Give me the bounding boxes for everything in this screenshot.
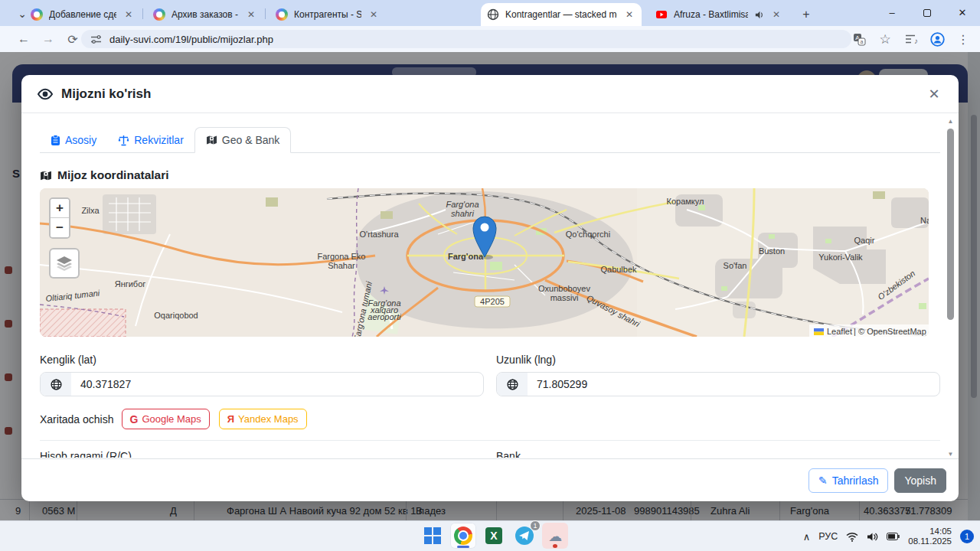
google-maps-label: Google Maps: [142, 413, 201, 425]
browser-tab-active[interactable]: Kontragentlar — stacked moda ✕: [481, 3, 642, 26]
modal-tabs: Asosiy Rekvizitlar Geo & Bank: [40, 124, 940, 153]
zoom-out-button[interactable]: −: [51, 218, 69, 237]
map-label: O'rtashura: [359, 230, 399, 239]
tab-geo-bank[interactable]: Geo & Bank: [194, 127, 292, 153]
zoom-in-button[interactable]: +: [51, 199, 69, 218]
translate-icon[interactable]: Aa: [851, 33, 867, 46]
close-button[interactable]: Yopish: [894, 468, 946, 493]
layers-icon: [56, 256, 73, 271]
svg-text:♪: ♪: [914, 37, 918, 45]
tab-divider: [142, 8, 143, 19]
taskbar-cloud-app[interactable]: ☁: [542, 523, 568, 549]
window-maximize-button[interactable]: [910, 0, 945, 25]
window-minimize-button[interactable]: –: [874, 0, 910, 25]
site-settings-icon[interactable]: [90, 34, 102, 45]
clock-date: 08.11.2025: [908, 536, 952, 546]
google-maps-button[interactable]: G Google Maps: [122, 409, 210, 429]
maximize-icon: [923, 9, 931, 17]
tab-close-icon[interactable]: ✕: [770, 9, 782, 20]
chrome-icon: [454, 527, 472, 545]
wifi-icon[interactable]: [846, 532, 858, 542]
bookmark-star-icon[interactable]: ☆: [877, 31, 893, 47]
volume-icon[interactable]: [867, 532, 878, 542]
clock[interactable]: 14:05 08.11.2025: [908, 527, 952, 546]
scales-icon: [118, 135, 129, 146]
taskbar-chrome[interactable]: [450, 523, 476, 549]
tab-asosiy[interactable]: Asosiy: [40, 128, 107, 152]
osm-link[interactable]: © OpenStreetMap: [858, 327, 926, 336]
modal-close-icon[interactable]: ✕: [925, 86, 943, 103]
tab-label: Rekvizitlar: [134, 134, 184, 146]
media-controls-icon[interactable]: ♪: [903, 34, 919, 45]
tab-rekvizitlar[interactable]: Rekvizitlar: [107, 128, 194, 152]
tab-close-icon[interactable]: ✕: [122, 9, 135, 20]
modal-title: Mijozni ko'rish: [61, 86, 151, 102]
tab-divider: [265, 8, 266, 19]
leaflet-link[interactable]: Leaflet: [827, 327, 852, 336]
map-label: Qo'chqorchi: [566, 230, 610, 239]
forward-icon[interactable]: →: [40, 31, 57, 47]
tray-chevron-icon[interactable]: ∧: [803, 531, 811, 543]
tab-close-icon[interactable]: ✕: [368, 9, 380, 20]
start-button[interactable]: [420, 523, 446, 549]
globe-icon: [41, 373, 71, 396]
cloud-icon: ☁: [548, 528, 562, 544]
pencil-icon: ✎: [818, 474, 828, 487]
excel-icon: X: [485, 527, 502, 544]
reload-icon[interactable]: ⟳: [64, 31, 81, 47]
map-label: Buston: [759, 246, 785, 256]
map-pin-icon: [40, 170, 52, 181]
tab-title: Afruza - Baxtlimisan (Officia: [674, 9, 748, 20]
scroll-down-icon[interactable]: ▼: [946, 451, 955, 458]
globe-icon: [497, 373, 528, 396]
lng-label: Uzunlik (lng): [496, 354, 940, 366]
close-button-label: Yopish: [904, 474, 936, 487]
browser-tab-strip: ⌄ Добавление сделки - Smartup ✕ Архив за…: [0, 0, 980, 26]
section-title: Mijoz koordinatalari: [40, 168, 940, 182]
map-layers-button[interactable]: [49, 248, 80, 279]
profile-avatar-icon[interactable]: [929, 32, 945, 47]
smartup-favicon-icon: [153, 8, 165, 21]
svg-text:|: |: [854, 327, 856, 336]
browser-tab-1[interactable]: Добавление сделки - Smartup ✕: [24, 3, 141, 26]
lng-input[interactable]: 71.805299: [528, 373, 939, 396]
map-attribution: Leaflet | © OpenStreetMap: [814, 327, 926, 336]
clock-time: 14:05: [908, 527, 952, 536]
modal-footer: ✎ Tahrirlash Yopish: [21, 458, 959, 501]
map-canvas[interactable]: 4P205 Zilxa Farg'ona shahri O'rtashura F…: [40, 188, 929, 337]
back-icon[interactable]: ←: [15, 31, 32, 47]
map-pin-icon: [206, 135, 217, 145]
modal-scrollbar-thumb[interactable]: [947, 129, 954, 320]
edit-button[interactable]: ✎ Tahrirlash: [808, 468, 888, 493]
eye-icon: [37, 86, 54, 103]
tab-close-icon[interactable]: ✕: [245, 9, 257, 20]
yandex-maps-button[interactable]: Я Yandex Maps: [219, 409, 307, 429]
language-indicator[interactable]: РУС: [818, 531, 838, 542]
yandex-ya-icon: Я: [227, 413, 234, 425]
browser-tab-youtube[interactable]: Afruza - Baxtlimisan (Officia ✕: [649, 3, 789, 26]
scroll-up-icon[interactable]: ▲: [946, 118, 955, 125]
browser-tab-3[interactable]: Контрагенты - Smartup ✕: [270, 3, 386, 26]
notification-badge[interactable]: 1: [960, 530, 974, 543]
taskbar-telegram[interactable]: 1: [511, 523, 537, 549]
taskbar-excel[interactable]: X: [481, 523, 507, 549]
new-tab-button[interactable]: +: [798, 6, 815, 23]
edit-button-label: Tahrirlash: [832, 474, 879, 487]
modal-scrollbar[interactable]: ▲ ▼: [946, 118, 955, 458]
tab-close-icon[interactable]: ✕: [623, 9, 635, 20]
map-label: Farg'ona: [446, 200, 479, 209]
url-text: daily-suvi.com/19l/public/mijozlar.php: [109, 34, 273, 45]
tab-title: Контрагенты - Smartup: [294, 9, 361, 20]
url-bar[interactable]: daily-suvi.com/19l/public/mijozlar.php: [81, 30, 851, 48]
browser-tab-2[interactable]: Архив заказов - Smartup ✕: [147, 3, 263, 26]
tab-label: Asosiy: [65, 134, 96, 146]
tab-audio-icon[interactable]: [754, 10, 764, 20]
map-label: Qabulbek: [600, 265, 637, 274]
map-label: Oqariqobod: [154, 311, 198, 320]
battery-icon[interactable]: [887, 533, 900, 540]
browser-menu-icon[interactable]: ⋮: [956, 32, 971, 47]
window-close-button[interactable]: ✕: [945, 0, 980, 25]
map-label: Nay: [920, 216, 929, 225]
lat-input[interactable]: 40.371827: [71, 373, 483, 396]
leaflet-map[interactable]: 4P205 Zilxa Farg'ona shahri O'rtashura F…: [40, 188, 929, 337]
